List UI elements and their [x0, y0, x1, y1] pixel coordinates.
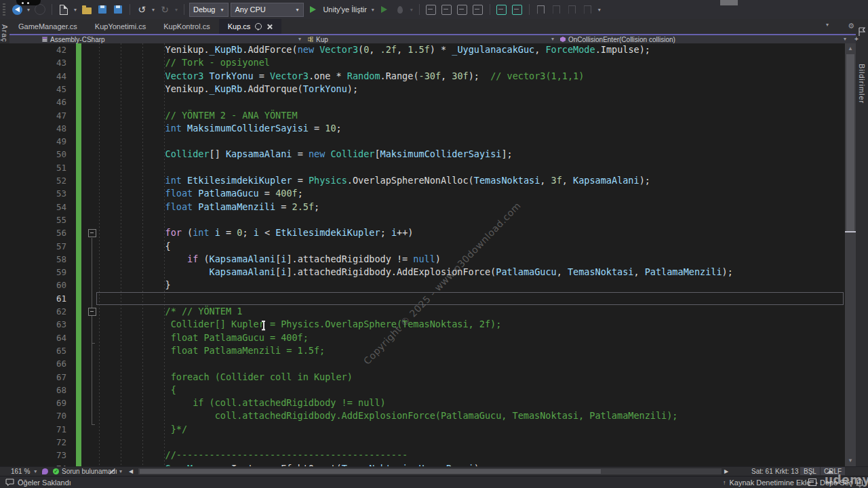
- horizontal-scrollbar[interactable]: [138, 468, 722, 474]
- code-line-56[interactable]: 56 for (int i = 0; i < EtkilesimdekiKupl…: [0, 226, 845, 239]
- line-number[interactable]: 44: [38, 70, 66, 83]
- horizontal-scrollbar-thumb[interactable]: [140, 469, 601, 474]
- insert-mode-indicator[interactable]: BŞL: [800, 467, 820, 475]
- pin-icon[interactable]: [255, 23, 262, 30]
- scroll-up-icon[interactable]: ▲: [845, 45, 856, 53]
- fold-collapse-button[interactable]: [88, 308, 96, 316]
- fold-collapse-button[interactable]: [88, 229, 96, 237]
- line-number[interactable]: 48: [38, 122, 66, 135]
- code-line-42[interactable]: 42 Yenikup._KupRb.AddForce(new Vector3(0…: [0, 43, 845, 56]
- redo-button[interactable]: ↻: [158, 3, 172, 16]
- prev-bookmark-button[interactable]: [550, 3, 564, 16]
- code-line-55[interactable]: 55: [0, 214, 845, 226]
- vertical-scrollbar-thumb[interactable]: [846, 54, 854, 232]
- line-number[interactable]: 56: [38, 226, 66, 239]
- line-number[interactable]: 68: [38, 384, 66, 396]
- attach-to-unity-label[interactable]: Unity'ye İliştir: [323, 5, 366, 14]
- notifications-vertical-tab[interactable]: Bildirimler: [858, 64, 866, 104]
- line-number[interactable]: 47: [38, 109, 66, 122]
- line-number[interactable]: 42: [38, 43, 66, 56]
- line-number[interactable]: 62: [38, 305, 66, 318]
- line-number[interactable]: 63: [38, 318, 66, 331]
- line-number[interactable]: 60: [38, 279, 66, 291]
- breadcrumb-project[interactable]: Assembly-CSharp: [42, 35, 105, 43]
- tab-list-caret-icon[interactable]: ▾: [825, 22, 830, 30]
- line-number[interactable]: 51: [38, 161, 66, 174]
- code-line-71[interactable]: 71 }*/: [0, 423, 845, 436]
- show-whitespace-button[interactable]: [471, 3, 485, 16]
- line-number[interactable]: 64: [38, 331, 66, 344]
- line-number[interactable]: 45: [38, 83, 66, 96]
- code-line-66[interactable]: 66: [0, 357, 845, 370]
- code-line-45[interactable]: 45 Yenikup._KupRb.AddTorque(TorkYonu);: [0, 83, 845, 96]
- code-line-54[interactable]: 54 float PatlamaMenzili = 2.5f;: [0, 201, 845, 214]
- code-line-43[interactable]: 43 // Tork - opsiyonel: [0, 56, 845, 69]
- configuration-select[interactable]: Debug▾: [189, 3, 229, 17]
- toolbar-overflow-button[interactable]: ▾: [597, 7, 602, 13]
- code-line-47[interactable]: 47 // YÖNTEM 2 - ANA YÖNTEM: [0, 109, 845, 122]
- tab-kupyonetimi[interactable]: KupYonetimi.cs: [86, 19, 155, 34]
- redo-caret-icon[interactable]: ▾: [174, 7, 179, 13]
- code-line-60[interactable]: 60 }: [0, 279, 845, 291]
- breadcrumb-member[interactable]: OnCollisionEnter(Collision collision): [560, 35, 675, 43]
- toggle-bookmark-button[interactable]: [534, 3, 548, 16]
- tab-gamemanager[interactable]: GameManager.cs: [9, 19, 86, 34]
- line-number[interactable]: 59: [38, 266, 66, 279]
- line-number[interactable]: 43: [38, 56, 66, 69]
- line-number[interactable]: 65: [38, 344, 66, 357]
- code-line-73[interactable]: 73 //-----------------------------------…: [0, 449, 845, 462]
- code-line-48[interactable]: 48 int MaksimumColliderSayisi = 10;: [0, 122, 845, 135]
- zoom-select[interactable]: 161 % ▾: [11, 467, 38, 476]
- nav-back-caret-icon[interactable]: ▾: [26, 7, 31, 13]
- hot-reload-caret-icon[interactable]: ▾: [409, 7, 414, 13]
- line-number[interactable]: 71: [38, 423, 66, 436]
- feedback-icon[interactable]: [42, 467, 48, 476]
- line-number[interactable]: 72: [38, 436, 66, 449]
- line-number[interactable]: 73: [38, 449, 66, 462]
- new-file-button[interactable]: [57, 3, 71, 16]
- start-without-debugging-button[interactable]: [378, 3, 391, 16]
- line-number[interactable]: 66: [38, 357, 66, 370]
- uncomment-button[interactable]: [511, 3, 524, 16]
- code-line-57[interactable]: 57 {: [0, 240, 845, 253]
- navigate-to-button[interactable]: [440, 3, 454, 16]
- attach-caret-icon[interactable]: ▾: [370, 7, 376, 13]
- scroll-down-icon[interactable]: ▼: [845, 457, 856, 465]
- hot-reload-button[interactable]: [393, 3, 407, 16]
- line-number[interactable]: 58: [38, 253, 66, 266]
- code-line-58[interactable]: 58 if (KapsamaAlani[i].attachedRigidbody…: [0, 253, 845, 266]
- split-window-icon[interactable]: +: [854, 35, 859, 43]
- comment-button[interactable]: [495, 3, 509, 16]
- code-line-53[interactable]: 53 float PatlamaGucu = 400f;: [0, 187, 845, 200]
- add-to-source-control-button[interactable]: ↑ Kaynak Denetimine Ekle ▲: [723, 476, 819, 488]
- navbar-caret-icon[interactable]: ▾: [842, 36, 848, 42]
- notifications-flag-icon[interactable]: [858, 27, 866, 37]
- code-line-64[interactable]: 64 float PatlamaGucu = 400f;: [0, 331, 845, 344]
- code-line-72[interactable]: 72: [0, 436, 845, 449]
- find-in-files-button[interactable]: [425, 3, 438, 16]
- line-number[interactable]: 69: [38, 396, 66, 409]
- line-number[interactable]: 49: [38, 135, 66, 148]
- code-line-63[interactable]: 63 Collider[] Kupler = Physics.OverlapSp…: [0, 318, 845, 331]
- line-number[interactable]: 61: [38, 292, 66, 305]
- code-line-65[interactable]: 65 float PatlamaMenzili = 1.5f;: [0, 344, 845, 357]
- line-number[interactable]: 46: [38, 96, 66, 108]
- undo-button[interactable]: ↺: [135, 3, 149, 16]
- code-line-59[interactable]: 59 KapsamaAlani[i].attachedRigidbody.Add…: [0, 266, 845, 279]
- hscroll-right-icon[interactable]: ▶: [724, 467, 728, 476]
- line-number[interactable]: 52: [38, 174, 66, 187]
- attach-to-unity-button[interactable]: [306, 3, 319, 16]
- line-number[interactable]: 50: [38, 148, 66, 161]
- line-number[interactable]: 67: [38, 371, 66, 384]
- line-number[interactable]: 54: [38, 201, 66, 214]
- line-indicator[interactable]: Sat: 61: [751, 467, 773, 476]
- new-file-caret-icon[interactable]: ▾: [73, 7, 78, 13]
- line-number[interactable]: 70: [38, 409, 66, 422]
- code-cleanup-button[interactable]: ▾: [108, 467, 123, 476]
- code-line-70[interactable]: 70 coll.attachedRigidbody.AddExplosionFo…: [0, 409, 845, 422]
- column-indicator[interactable]: Krkt: 13: [775, 467, 798, 476]
- platform-select[interactable]: Any CPU▾: [231, 3, 304, 17]
- save-button[interactable]: [96, 3, 109, 16]
- code-line-67[interactable]: 67 foreach (Collider coll in Kupler): [0, 371, 845, 384]
- code-line-51[interactable]: 51: [0, 161, 845, 174]
